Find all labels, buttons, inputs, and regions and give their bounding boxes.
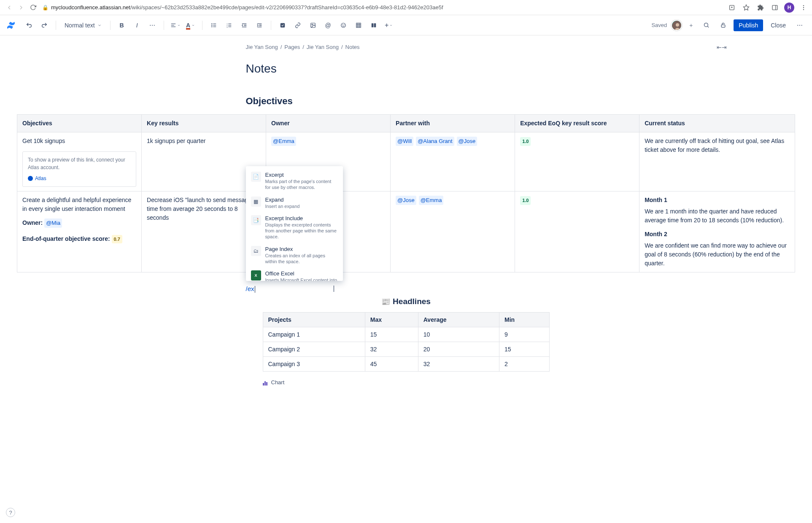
slash-item-excerpt[interactable]: 📄 Excerpt Marks part of the page's conte… <box>246 169 343 194</box>
mention[interactable]: @Jose <box>396 196 416 205</box>
table-cell[interactable]: 15 <box>365 327 418 342</box>
objectives-table[interactable]: Objectives Key results Owner Partner wit… <box>17 114 795 272</box>
extensions-icon[interactable] <box>755 3 766 13</box>
image-button[interactable] <box>307 19 319 32</box>
slash-command-popup[interactable]: 📄 Excerpt Marks part of the page's conte… <box>246 166 343 281</box>
back-button[interactable] <box>3 2 15 13</box>
slash-item-excerpt-include[interactable]: 📑 Excerpt Include Displays the excerpted… <box>246 212 343 243</box>
slash-trigger-text[interactable]: /ex <box>246 284 567 297</box>
breadcrumb-item[interactable]: Pages <box>284 44 300 50</box>
svg-point-6 <box>803 9 804 10</box>
table-cell[interactable]: Campaign 3 <box>263 357 365 372</box>
mention[interactable]: @Jose <box>457 137 477 146</box>
table-header[interactable]: Expected EoQ key result score <box>515 115 639 132</box>
mention[interactable]: @Mia <box>44 218 62 228</box>
address-bar[interactable]: 🔒 mycloudconfluence.atlassian.net/wiki/s… <box>42 4 720 11</box>
undo-button[interactable] <box>23 19 35 32</box>
mention[interactable]: @Emma <box>419 196 444 205</box>
table-header[interactable]: Projects <box>263 313 365 327</box>
action-item-button[interactable] <box>276 19 289 32</box>
table-header[interactable]: Max <box>365 313 418 327</box>
table-cell[interactable]: Campaign 2 <box>263 342 365 357</box>
slash-item-office-excel[interactable]: X Office Excel Inserts Microsoft Excel c… <box>246 267 343 281</box>
bold-button[interactable]: B <box>116 19 128 32</box>
atlas-smartlink-card[interactable]: To show a preview of this link, connect … <box>22 151 136 187</box>
breadcrumb-item[interactable]: Jie Yan Song <box>307 44 339 50</box>
layouts-button[interactable] <box>367 19 380 32</box>
table-header[interactable]: Owner <box>266 115 391 132</box>
page-width-toggle[interactable]: ⇤⇥ <box>717 44 727 51</box>
table-cell[interactable]: 10 <box>418 327 499 342</box>
redo-button[interactable] <box>38 19 51 32</box>
table-cell[interactable]: 2 <box>499 357 549 372</box>
table-cell[interactable]: 32 <box>365 342 418 357</box>
numbered-list-button[interactable]: 123 <box>223 19 235 32</box>
collaborator-avatar[interactable] <box>671 20 682 31</box>
table-cell[interactable]: 45 <box>365 357 418 372</box>
breadcrumb-item[interactable]: Notes <box>345 44 360 50</box>
text-color-button[interactable]: A <box>184 19 197 32</box>
cell-objective[interactable]: Get 10k signups To show a preview of thi… <box>17 132 142 191</box>
mention[interactable]: @Will <box>396 137 413 146</box>
find-button[interactable] <box>700 19 712 32</box>
cell-partners[interactable]: @Jose @Emma <box>391 191 515 272</box>
table-cell[interactable]: 15 <box>499 342 549 357</box>
reload-button[interactable] <box>27 2 39 13</box>
table-header[interactable]: Min <box>499 313 549 327</box>
cell-objective[interactable]: Create a delightful and helpful experien… <box>17 191 142 272</box>
publish-button[interactable]: Publish <box>734 19 763 31</box>
lock-icon: 🔒 <box>42 5 49 11</box>
objectives-heading[interactable]: Objectives <box>246 96 567 107</box>
breadcrumb-item[interactable]: Jie Yan Song <box>246 44 278 50</box>
table-header[interactable]: Average <box>418 313 499 327</box>
confluence-logo-icon[interactable] <box>6 20 16 30</box>
slash-item-expand[interactable]: ▦ Expand Insert an expand <box>246 194 343 212</box>
indent-button[interactable] <box>253 19 266 32</box>
table-header[interactable]: Objectives <box>17 115 142 132</box>
table-header[interactable]: Current status <box>639 115 795 132</box>
table-cell[interactable]: 9 <box>499 327 549 342</box>
outdent-button[interactable] <box>238 19 251 32</box>
mention[interactable]: @Alana Grant <box>416 137 454 146</box>
install-app-icon[interactable] <box>727 3 737 13</box>
cell-status[interactable]: We are currently off track of hitting ou… <box>639 132 795 191</box>
sidepanel-icon[interactable] <box>770 3 780 13</box>
italic-button[interactable]: I <box>131 19 143 32</box>
bullet-list-button[interactable] <box>208 19 220 32</box>
forward-button[interactable] <box>15 2 27 13</box>
table-cell[interactable]: 32 <box>418 357 499 372</box>
cell-partners[interactable]: @Will @Alana Grant @Jose <box>391 132 515 191</box>
cell-status[interactable]: Month 1 We are 1 month into the quarter … <box>639 191 795 272</box>
link-button[interactable] <box>291 19 304 32</box>
chrome-menu-icon[interactable] <box>799 3 809 13</box>
mention-button[interactable]: @ <box>322 19 335 32</box>
align-dropdown[interactable] <box>169 19 182 32</box>
cell-score[interactable]: 1.0 <box>515 191 639 272</box>
projects-table[interactable]: Projects Max Average Min Campaign 1 15 1… <box>263 312 550 372</box>
star-icon[interactable] <box>741 3 751 13</box>
score-lozenge: 1.0 <box>520 137 531 146</box>
add-collaborator-button[interactable]: + <box>686 21 696 30</box>
mention[interactable]: @Emma <box>271 137 296 146</box>
table-button[interactable] <box>352 19 365 32</box>
more-actions-button[interactable]: ⋯ <box>793 19 806 32</box>
slash-item-page-index[interactable]: 🗂 Page Index Creates an index of all pag… <box>246 243 343 268</box>
insert-dropdown[interactable]: + <box>383 19 395 32</box>
restrictions-button[interactable] <box>717 19 729 32</box>
table-header-row: Projects Max Average Min <box>263 313 549 327</box>
more-format-button[interactable]: ⋯ <box>146 19 159 32</box>
table-header[interactable]: Key results <box>142 115 266 132</box>
table-cell[interactable]: Campaign 1 <box>263 327 365 342</box>
text-style-dropdown[interactable]: Normal text <box>61 19 105 32</box>
svg-rect-41 <box>371 23 373 27</box>
headlines-heading[interactable]: 📰 Headlines <box>246 297 567 306</box>
table-header[interactable]: Partner with <box>391 115 515 132</box>
chart-macro[interactable]: Chart <box>263 379 550 386</box>
page-title[interactable]: Notes <box>246 62 567 75</box>
cell-score[interactable]: 1.0 <box>515 132 639 191</box>
table-cell[interactable]: 20 <box>418 342 499 357</box>
close-button[interactable]: Close <box>767 19 789 31</box>
atlas-connect-link[interactable]: Atlas <box>28 175 131 182</box>
profile-avatar[interactable]: H <box>784 3 794 13</box>
emoji-button[interactable] <box>337 19 350 32</box>
